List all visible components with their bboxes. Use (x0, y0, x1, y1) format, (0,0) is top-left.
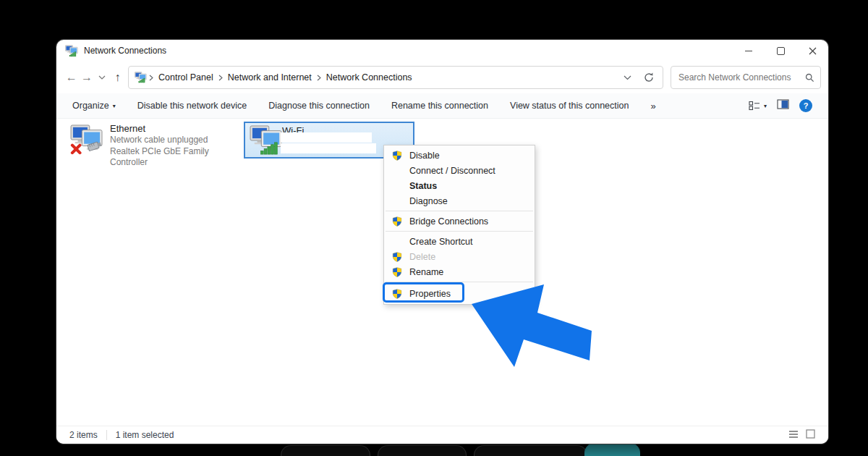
status-divider (106, 430, 107, 440)
minimize-icon (745, 51, 752, 51)
menu-icon-spacer (391, 180, 403, 192)
cropped-button-pill-teal (584, 443, 640, 456)
connection-name: Ethernet (110, 123, 241, 135)
refresh-icon (643, 72, 655, 83)
menu-item-label: Rename (409, 267, 443, 277)
back-button[interactable]: ← (64, 67, 79, 88)
menu-item-disable[interactable]: Disable (384, 148, 535, 163)
search-input[interactable] (677, 72, 805, 83)
menu-item-rename[interactable]: Rename (384, 264, 535, 279)
menu-item-diagnose[interactable]: Diagnose (384, 193, 535, 208)
connection-item-ethernet[interactable]: Ethernet Network cable unplugged Realtek… (69, 122, 241, 159)
large-icons-view-button[interactable] (806, 428, 815, 442)
breadcrumb-control-panel[interactable]: Control Panel (156, 72, 216, 83)
forward-button[interactable]: → (79, 67, 94, 88)
status-bar: 2 items 1 item selected (56, 426, 828, 444)
menu-item-connect-disconnect[interactable]: Connect / Disconnect (384, 163, 535, 178)
menu-item-create-shortcut[interactable]: Create Shortcut (384, 234, 535, 249)
menu-item-status[interactable]: Status (384, 178, 535, 193)
details-view-icon (749, 100, 760, 111)
location-icon (135, 72, 147, 83)
uac-shield-icon (391, 266, 403, 278)
rename-connection-button[interactable]: Rename this connection (391, 101, 488, 111)
menu-item-label: Disable (409, 151, 440, 161)
menu-item-label: Status (409, 181, 437, 191)
menu-item-label: Connect / Disconnect (409, 166, 495, 176)
toolbar-overflow-button[interactable]: » (650, 101, 655, 111)
close-icon (809, 47, 817, 55)
menu-item-bridge-connections[interactable]: Bridge Connections (384, 214, 535, 229)
view-options-button[interactable]: ▾ (749, 100, 767, 111)
breadcrumb-chevron-icon (216, 75, 225, 81)
menu-icon-spacer (391, 236, 403, 248)
menu-icon-spacer (391, 165, 403, 177)
page-background: { "colors": { "accent": "#1173e9", "sele… (0, 0, 868, 456)
list-view-button[interactable] (788, 428, 799, 442)
menu-item-delete[interactable]: Delete (384, 249, 535, 264)
menu-icon-spacer (391, 195, 403, 207)
annotation-arrow (461, 279, 606, 380)
maximize-icon (777, 47, 785, 55)
organize-menu-button[interactable]: Organize▾ (72, 101, 116, 111)
properties-highlight-box (383, 282, 464, 303)
menu-separator (386, 211, 533, 211)
disable-device-button[interactable]: Disable this network device (137, 101, 247, 111)
network-connections-window: Network Connections ← → ↑ (56, 40, 828, 444)
address-dropdown-button[interactable] (621, 75, 634, 80)
maximize-button[interactable] (765, 40, 796, 62)
cropped-button-pill (378, 445, 467, 456)
ethernet-unplugged-icon (70, 124, 103, 155)
preview-pane-button[interactable] (777, 98, 789, 113)
diagnose-connection-button[interactable]: Diagnose this connection (268, 101, 370, 111)
minimize-button[interactable] (733, 40, 765, 62)
menu-separator (386, 231, 533, 232)
menu-item-label: Create Shortcut (409, 237, 473, 247)
preview-pane-icon (777, 98, 789, 110)
breadcrumb-network-connections[interactable]: Network Connections (323, 72, 415, 83)
help-button[interactable]: ? (799, 99, 812, 112)
chevron-down-icon (98, 75, 106, 80)
selection-count: 1 item selected (116, 430, 174, 440)
caret-down-icon: ▾ (113, 103, 116, 109)
search-box (671, 66, 821, 89)
network-connections-icon (65, 45, 78, 57)
redacted-line (281, 132, 372, 143)
view-status-button[interactable]: View status of this connection (510, 101, 629, 111)
connection-status: Network cable unplugged (110, 135, 241, 146)
address-bar[interactable]: Control Panel Network and Internet Netwo… (128, 66, 663, 89)
cropped-button-pill (474, 445, 587, 456)
menu-item-label: Delete (409, 252, 435, 262)
menu-item-label: Diagnose (409, 196, 448, 206)
menu-item-label: Bridge Connections (409, 216, 488, 227)
connection-device: Realtek PCIe GbE Family Controller (110, 146, 241, 169)
redacted-line (281, 143, 376, 153)
command-bar: Organize▾ Disable this network device Di… (56, 93, 828, 119)
breadcrumb-network-and-internet[interactable]: Network and Internet (225, 72, 315, 83)
breadcrumb-chevron-icon (315, 75, 323, 81)
search-icon (805, 73, 814, 83)
wifi-signal-icon (250, 125, 283, 156)
uac-shield-icon (391, 251, 403, 263)
title-bar: Network Connections (56, 40, 828, 62)
cropped-button-pill (281, 445, 370, 456)
close-button[interactable] (796, 40, 828, 62)
breadcrumb-chevron-icon (147, 75, 156, 81)
window-title: Network Connections (84, 46, 166, 56)
large-icons-view-icon (806, 429, 815, 439)
recent-locations-button[interactable] (95, 67, 110, 88)
navigation-bar: ← → ↑ Control Panel Network and Internet (56, 62, 828, 93)
list-view-icon (788, 430, 799, 439)
up-button[interactable]: ↑ (110, 67, 125, 88)
item-count: 2 items (69, 430, 98, 440)
refresh-button[interactable] (641, 72, 657, 83)
uac-shield-icon (391, 216, 403, 227)
uac-shield-icon (391, 150, 403, 161)
caret-down-icon: ▾ (764, 103, 767, 109)
help-icon: ? (804, 101, 809, 110)
